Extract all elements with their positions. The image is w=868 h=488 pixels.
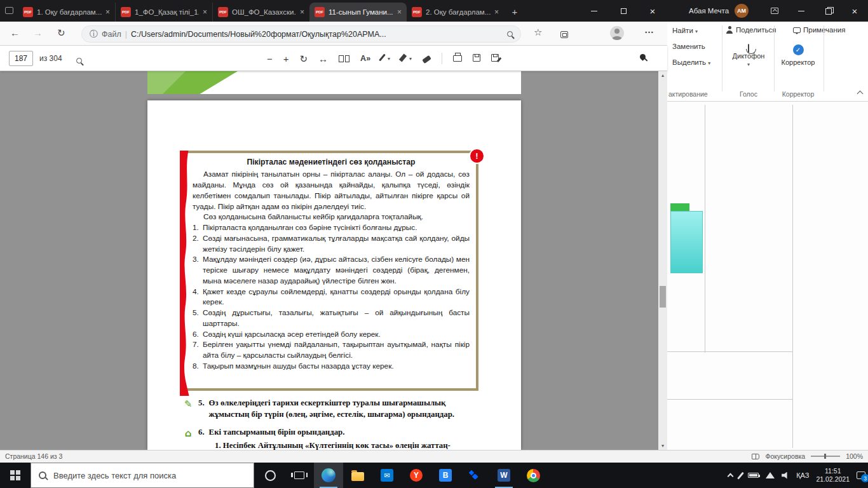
search-icon[interactable] — [507, 31, 513, 37]
group-label-editing: актирование — [668, 90, 708, 98]
minimize-button[interactable] — [580, 0, 609, 22]
scrollbar-track[interactable]: ▴ ▾ — [658, 71, 667, 450]
notification-center-button[interactable]: 3 — [857, 471, 865, 479]
page-number-input[interactable] — [9, 51, 33, 66]
battery-icon[interactable] — [748, 473, 759, 478]
zoom-out-button[interactable]: − — [267, 54, 273, 64]
tab-actions-menu-button[interactable] — [5, 7, 13, 14]
account-avatar[interactable]: АМ — [735, 4, 749, 18]
clock[interactable]: 11:51 21.02.2021 — [816, 467, 850, 484]
taskbar-search-input[interactable] — [53, 471, 246, 480]
chrome-app-button[interactable] — [519, 463, 548, 488]
print-button[interactable] — [453, 53, 462, 64]
scroll-up-icon[interactable]: ▴ — [658, 72, 667, 78]
network-icon[interactable] — [766, 472, 775, 478]
zoom-level[interactable]: 100% — [846, 452, 863, 460]
address-bar[interactable]: ⓘ Файл | C:/Users/admin/Documents/Новый%… — [81, 25, 521, 43]
focus-label[interactable]: Фокусировка — [765, 452, 805, 460]
ribbon-divider — [722, 25, 722, 92]
close-tab-icon[interactable]: × — [397, 8, 402, 17]
language-indicator[interactable]: ҚАЗ — [796, 471, 809, 479]
new-tab-button[interactable]: + — [507, 4, 522, 18]
windows-ink-icon[interactable] — [737, 471, 743, 479]
cortana-button[interactable] — [255, 463, 285, 488]
collections-icon[interactable] — [560, 29, 568, 40]
task-view-button[interactable] — [285, 463, 314, 488]
start-button[interactable] — [0, 463, 31, 488]
fit-width-button[interactable]: ↔ — [318, 54, 328, 64]
refresh-button[interactable]: ↻ — [57, 27, 65, 39]
edge-icon — [322, 468, 336, 482]
page-view-button[interactable] — [339, 55, 349, 62]
avatar-icon — [610, 26, 624, 40]
pin-toolbar-button[interactable] — [639, 53, 647, 61]
word-close-button[interactable]: × — [841, 0, 868, 22]
zoom-slider[interactable] — [811, 456, 840, 457]
read-aloud-button[interactable]: A» — [360, 54, 370, 63]
volume-icon[interactable] — [782, 472, 789, 479]
save-as-button[interactable] — [491, 53, 499, 64]
rule-item: 1.Пікірталаста қолданылған сөз бәріне тү… — [193, 222, 470, 233]
close-tab-icon[interactable]: × — [300, 8, 304, 17]
forward-button[interactable]: → — [33, 27, 43, 38]
close-tab-icon[interactable]: × — [494, 8, 499, 17]
word-icon: W — [498, 469, 510, 482]
taskbar-search[interactable] — [31, 463, 254, 488]
maximize-button[interactable] — [609, 0, 638, 22]
replace-button[interactable]: Заменить — [672, 43, 705, 50]
save-button[interactable] — [473, 53, 480, 64]
mail-app-button[interactable]: ✉ — [372, 463, 402, 488]
pdf-search-button[interactable] — [76, 55, 82, 66]
draw-button[interactable] — [381, 53, 383, 64]
house-icon: ⌂ — [182, 427, 194, 440]
scrollbar-thumb[interactable] — [660, 286, 666, 308]
highlight-options-caret[interactable]: ▾ — [409, 56, 412, 62]
zoom-in-button[interactable]: + — [283, 54, 289, 64]
word-minimize-button[interactable] — [788, 0, 815, 22]
file-info-icon[interactable]: ⓘ — [90, 29, 98, 40]
rotate-button[interactable]: ↻ — [300, 54, 308, 64]
close-tab-icon[interactable]: × — [203, 8, 207, 17]
comments-button[interactable]: Примечания — [793, 26, 845, 34]
browser-tab[interactable]: PDF 1. Оқу бағдарлам... × — [18, 3, 115, 22]
favorites-star-icon[interactable]: ☆ — [534, 27, 542, 38]
vk-app-button[interactable]: B — [431, 463, 460, 488]
browser-tab[interactable]: PDF 2. Оқу бағдарлам... × — [407, 3, 504, 22]
scroll-down-icon[interactable]: ▾ — [658, 443, 667, 449]
account-name[interactable]: Абая Мечта — [689, 7, 729, 15]
settings-menu-button[interactable]: … — [644, 24, 654, 35]
browser-tab[interactable]: PDF 1_ФО_Қазақ тілі_1... × — [115, 3, 212, 22]
edge-toolbar: ← → ↻ ⓘ Файл | C:/Users/admin/Documents/… — [0, 22, 667, 46]
yandex-icon: Y — [410, 469, 423, 482]
browser-tab-active[interactable]: PDF 11-сынып Гумани... × — [309, 3, 407, 22]
pdf-page: ! Пікірталас мәдениетіндегі сөз қолданыс… — [147, 100, 521, 450]
edge-app-button[interactable] — [314, 463, 343, 488]
browser-tab[interactable]: PDF ОШ_ФО_Казахски... × — [212, 3, 309, 22]
collapse-ribbon-button[interactable] — [857, 91, 864, 97]
back-button[interactable]: ← — [10, 27, 20, 38]
hidden-icons-chevron[interactable] — [727, 473, 733, 480]
group-label-voice: Голос — [727, 90, 770, 98]
find-button[interactable]: Найти ▾ — [672, 27, 698, 34]
close-button[interactable]: × — [638, 0, 667, 22]
erase-button[interactable] — [423, 53, 431, 64]
ribbon-display-options-button[interactable] — [761, 0, 788, 22]
highlight-button[interactable] — [401, 53, 405, 64]
word-restore-button[interactable] — [815, 0, 841, 22]
pdf-file-icon: PDF — [218, 7, 228, 17]
dropbox-app-button[interactable] — [460, 463, 489, 488]
select-button[interactable]: Выделить ▾ — [672, 58, 710, 66]
yandex-app-button[interactable]: Y — [402, 463, 431, 488]
page-status[interactable]: Страница 146 из 3 — [5, 452, 62, 460]
comment-icon — [793, 27, 801, 33]
draw-options-caret[interactable]: ▾ — [388, 56, 390, 62]
file-explorer-button[interactable] — [343, 463, 372, 488]
word-app-button[interactable]: W — [489, 463, 519, 488]
editor-button[interactable]: ✓ Корректор — [776, 44, 820, 66]
share-button[interactable]: Поделиться — [726, 26, 776, 34]
dictate-button[interactable]: Диктофон ▾ — [727, 44, 770, 67]
close-tab-icon[interactable]: × — [105, 8, 110, 17]
windows-logo-icon — [10, 470, 20, 480]
focus-book-icon[interactable] — [752, 454, 759, 459]
profile-avatar[interactable] — [610, 26, 624, 42]
